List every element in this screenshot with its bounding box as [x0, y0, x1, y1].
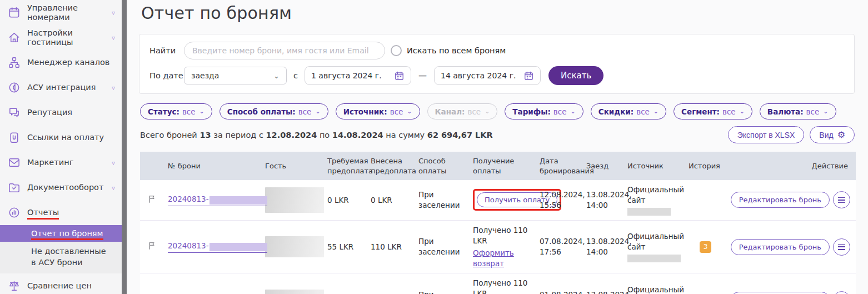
source-value: Официальный сайт	[627, 285, 684, 294]
payment-links-icon	[8, 131, 21, 144]
made-prepayment-value: 110 LKR	[371, 242, 402, 251]
folder-check-icon	[8, 181, 21, 194]
filter-payment-method[interactable]: Способ оплаты:все	[220, 103, 328, 119]
flag-icon[interactable]	[147, 243, 157, 252]
sidebar-subitem-booking-report[interactable]: Отчет по броням	[0, 225, 122, 242]
payment-method-value: При заселении	[418, 290, 460, 294]
sidebar-item-pms-integration[interactable]: АСУ интеграция	[0, 75, 122, 100]
col-history: История	[685, 152, 741, 180]
sidebar-item-reports[interactable]: Отчеты	[0, 200, 122, 225]
redacted-guest-name	[265, 236, 331, 257]
period-from: 12.08.2024	[266, 131, 317, 139]
booking-number-link[interactable]: 20240813-	[168, 241, 267, 253]
sidebar-item-label: Сравнение цен	[27, 281, 92, 291]
source-value: Официальный сайт	[627, 232, 684, 251]
date-from-field[interactable]: 1 августа 2024 г.	[305, 66, 411, 85]
date-type-value: заезда	[191, 71, 219, 80]
table-row: 20240813- 55 LKR 110 LKR При заселении П…	[140, 220, 856, 273]
sidebar-item-price-comparison[interactable]: Сравнение цен	[0, 273, 122, 294]
sidebar: Управление номерами Настройки гостиницы …	[0, 0, 127, 294]
source-value: Официальный сайт	[627, 185, 684, 205]
bookings-count: 13	[199, 131, 211, 139]
all-bookings-label: Искать по всем броням	[407, 46, 506, 55]
sidebar-item-room-management[interactable]: Управление номерами	[0, 0, 122, 25]
from-preposition: с	[293, 71, 298, 80]
edit-booking-button[interactable]: Редактировать бронь	[731, 292, 830, 294]
chevron-down-icon	[112, 184, 118, 192]
calendar-icon	[523, 71, 534, 81]
col-source: Источник	[624, 152, 685, 180]
redacted-booking-id	[209, 243, 267, 251]
col-payment-method: Способ оплаты	[415, 152, 470, 180]
col-booking-date: Дата бронирования	[536, 152, 583, 180]
date-type-select[interactable]: заезда	[184, 67, 287, 84]
export-xlsx-button[interactable]: Экспорт в XLSX	[728, 126, 805, 143]
sidebar-item-marketing[interactable]: Маркетинг	[0, 150, 122, 175]
row-menu-button[interactable]	[833, 191, 850, 208]
sidebar-item-reputation[interactable]: Репутация	[0, 100, 122, 125]
table-row: 20240813- 0 LKR 110 LKR При заселении По…	[140, 273, 856, 294]
view-settings-button[interactable]: Вид	[810, 126, 855, 143]
integration-icon	[8, 81, 21, 94]
booking-date-value: 07.08.2024,	[540, 237, 585, 246]
required-prepayment-value: 0 LKR	[327, 196, 349, 205]
col-checkin: Заезд	[583, 152, 624, 180]
sidebar-subitem-undelivered-pms[interactable]: Не доставленные в АСУ брони	[0, 242, 122, 273]
sidebar-item-label: Репутация	[27, 108, 72, 117]
flag-icon[interactable]	[147, 197, 157, 206]
col-payment-receipt: Получение оплаты	[470, 152, 536, 180]
filters-bar: Статус:все Способ оплаты:все Источник:вс…	[140, 103, 868, 119]
scrollbar-thumb[interactable]	[122, 0, 127, 294]
reputation-icon	[8, 106, 21, 119]
col-booking-number: № брони	[164, 152, 262, 180]
filter-channel: Канал:все	[427, 103, 498, 119]
booking-date-value: 01.08.2024,	[540, 290, 585, 294]
redacted-booking-id	[209, 196, 267, 205]
edit-booking-button[interactable]: Редактировать бронь	[731, 192, 830, 208]
chevron-down-icon	[485, 108, 490, 115]
sidebar-item-label: Отчеты	[27, 208, 59, 217]
chevron-down-icon	[112, 34, 118, 42]
chevron-down-icon	[199, 108, 204, 115]
channels-icon	[8, 56, 21, 69]
calendar-icon	[394, 71, 405, 81]
sidebar-item-label: Документооборот	[27, 183, 103, 192]
row-menu-button[interactable]	[833, 238, 850, 256]
history-badge[interactable]: 3	[700, 241, 711, 253]
redacted-source-detail	[627, 255, 681, 262]
search-input[interactable]	[184, 42, 385, 59]
filter-discounts[interactable]: Скидки:все	[591, 103, 666, 119]
col-made-prepayment: Внесена предоплата	[367, 152, 415, 180]
row-menu-button[interactable]	[833, 291, 850, 294]
sidebar-item-label: Управление номерами	[27, 3, 105, 22]
filter-segment[interactable]: Сегмент:все	[674, 103, 752, 119]
chevron-down-icon	[112, 84, 118, 92]
sidebar-item-channel-manager[interactable]: Менеджер каналов	[0, 50, 122, 75]
home-icon	[8, 31, 21, 44]
search-panel: Найти Искать по всем броням По дате заез…	[139, 34, 855, 94]
made-prepayment-value: 0 LKR	[371, 196, 392, 205]
sidebar-item-payment-links[interactable]: Ссылки на оплату	[0, 125, 122, 150]
reports-icon	[8, 206, 21, 219]
payment-status: Получено 110 LKR	[473, 225, 533, 246]
date-to-field[interactable]: 14 августа 2024 г.	[434, 66, 541, 85]
filter-rates[interactable]: Тарифы:все	[505, 103, 583, 119]
bookings-table: № брони Гость Требуемая предоплата Внесе…	[140, 152, 856, 294]
filter-status[interactable]: Статус:все	[140, 103, 212, 119]
booking-number-link[interactable]: 20240813-	[168, 194, 267, 206]
filter-source[interactable]: Источник:все	[336, 103, 420, 119]
calendar-icon	[8, 6, 21, 19]
bookings-summary: Всего броней 13 за период с 12.08.2024 п…	[140, 131, 493, 139]
filter-currency[interactable]: Валюта:все	[760, 103, 836, 119]
payment-method-value: При заселении	[418, 237, 460, 256]
sidebar-item-documents[interactable]: Документооборот	[0, 175, 122, 200]
all-bookings-checkbox[interactable]	[391, 45, 402, 56]
refund-link[interactable]: Оформить возврат	[473, 248, 533, 269]
annotation-underline: Отчеты	[27, 208, 59, 220]
search-button[interactable]: Искать	[548, 66, 603, 85]
chevron-down-icon	[273, 72, 280, 80]
edit-booking-button[interactable]: Редактировать бронь	[731, 239, 830, 255]
sidebar-item-hotel-settings[interactable]: Настройки гостиницы	[0, 25, 122, 50]
sidebar-scrollbar[interactable]	[122, 0, 127, 294]
checkin-date-value: 13.08.2024,	[586, 190, 632, 199]
